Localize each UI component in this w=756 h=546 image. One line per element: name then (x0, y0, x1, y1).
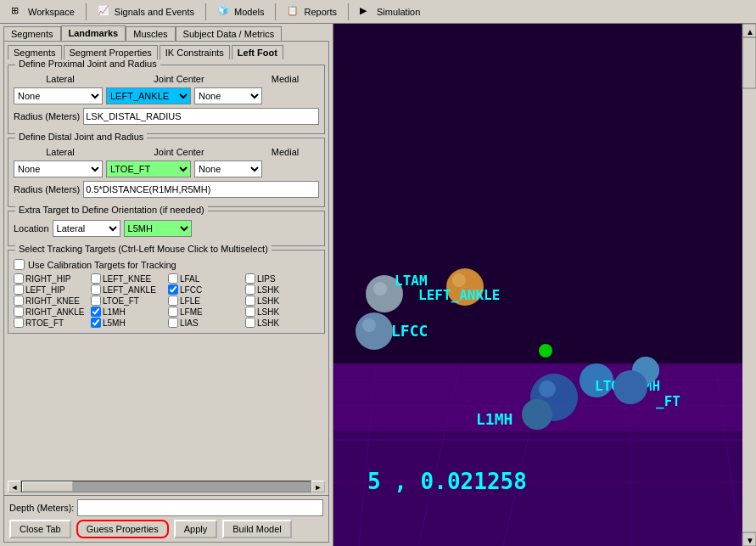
menu-workspace[interactable]: ⊞ Workspace (3, 3, 82, 21)
guess-properties-button[interactable]: Guess Properties (76, 520, 169, 538)
close-tab-button[interactable]: Close Tab (9, 520, 71, 538)
sub-tab-segments[interactable]: Segments (8, 45, 62, 59)
cb-lshk4: LSHK (245, 318, 319, 328)
proximal-lateral-select[interactable]: None (14, 87, 103, 104)
cb-lias: LIAS (168, 318, 242, 328)
tracking-group: Select Tracking Targets (Ctrl-Left Mouse… (8, 250, 325, 334)
menu-signals[interactable]: 📈 Signals and Events (90, 3, 202, 21)
menu-workspace-label: Workspace (28, 7, 75, 17)
sep3 (275, 3, 276, 20)
calib-checkbox[interactable] (14, 259, 25, 270)
workspace-icon: ⊞ (11, 5, 25, 19)
tab-subject-data[interactable]: Subject Data / Metrics (176, 26, 283, 41)
svg-point-29 (613, 370, 647, 404)
cb-right-ankle: RIGHT_ANKLE (14, 307, 87, 317)
proximal-radius-row: Radius (Meters) (14, 108, 319, 125)
menu-simulation[interactable]: ▶ Simulation (352, 3, 428, 21)
horiz-scrollbar-thumb[interactable] (22, 481, 73, 492)
distal-group: Define Distal Joint and Radius Lateral J… (8, 138, 325, 207)
cb-right-hip: RIGHT_HIP (14, 273, 87, 284)
extra-target-title: Extra Target to Define Orientation (if n… (15, 205, 208, 215)
calib-row: Use Calibration Targets for Tracking (14, 259, 319, 270)
sub-tab-left-foot[interactable]: Left Foot (232, 45, 283, 59)
proximal-selects-row: None LEFT_ANKLE None (14, 87, 319, 104)
svg-point-12 (539, 344, 552, 357)
cb-ltoe-ft: LTOE_FT (91, 296, 165, 306)
cb-rtoe-ft: RTOE_FT (14, 318, 87, 328)
sub-tab-segment-props[interactable]: Segment Properties (64, 45, 158, 59)
distal-content: Lateral Joint Center Medial None LTOE_FT (14, 147, 319, 198)
distal-jc-select[interactable]: LTOE_FT (106, 160, 191, 177)
svg-text:5 ,  0.021258: 5 , 0.021258 (367, 469, 527, 494)
distal-radius-row: Radius (Meters) (14, 181, 319, 198)
tab-landmarks[interactable]: Landmarks (61, 25, 126, 41)
cb-l1mh: L1MH (91, 307, 165, 317)
right-panel: LTAM LEFT_ANKLE LFCC L1MH LTOE_5MH (333, 24, 756, 546)
distal-title: Define Distal Joint and Radius (15, 132, 147, 142)
proximal-radius-input[interactable] (83, 108, 319, 125)
build-model-button[interactable]: Build Model (222, 520, 291, 538)
distal-lateral-label: Lateral (14, 147, 107, 157)
scroll-left-btn[interactable]: ◄ (8, 481, 21, 493)
content-area: Segments Segment Properties IK Constrain… (3, 41, 329, 543)
tab-segments[interactable]: Segments (3, 26, 61, 41)
cb-left-knee: LEFT_KNEE (91, 273, 165, 284)
bottom-controls: Depth (Meters): Close Tab Guess Properti… (4, 495, 328, 542)
sep4 (348, 3, 349, 20)
svg-point-14 (373, 282, 387, 296)
target-select[interactable]: L5MH (124, 220, 192, 237)
sep2 (205, 3, 206, 20)
proximal-medial-label: Medial (251, 74, 319, 84)
scroll-right-btn[interactable]: ► (311, 481, 325, 493)
scroll-area[interactable]: Define Proximal Joint and Radius Lateral… (4, 59, 328, 478)
svg-text:LFCC: LFCC (391, 322, 428, 340)
cb-l5mh: L5MH (91, 318, 165, 328)
top-tabs: Segments Landmarks Muscles Subject Data … (0, 24, 333, 41)
main-layout: Segments Landmarks Muscles Subject Data … (0, 24, 756, 546)
extra-target-content: Location Lateral L5MH (14, 220, 319, 237)
menu-reports-label: Reports (304, 7, 337, 17)
cb-lshk3: LSHK (245, 307, 319, 317)
depth-row: Depth (Meters): (9, 499, 323, 516)
distal-medial-label: Medial (251, 147, 319, 157)
3d-scene: LTAM LEFT_ANKLE LFCC L1MH LTOE_5MH (333, 24, 756, 546)
simulation-icon: ▶ (360, 5, 373, 19)
extra-target-row: Location Lateral L5MH (14, 220, 319, 237)
proximal-col-labels: Lateral Joint Center Medial (14, 74, 319, 84)
apply-button[interactable]: Apply (174, 520, 218, 538)
cb-right-knee: RIGHT_KNEE (14, 296, 87, 306)
proximal-content: Lateral Joint Center Medial None LEFT_AN… (14, 74, 319, 125)
distal-jc-label: Joint Center (110, 147, 248, 157)
depth-label: Depth (Meters): (9, 503, 74, 513)
distal-medial-select[interactable]: None (194, 160, 262, 177)
sub-tab-ik[interactable]: IK Constraints (160, 45, 230, 59)
horiz-scrollbar-track[interactable] (21, 481, 311, 493)
svg-text:LEFT_ANKLE: LEFT_ANKLE (418, 287, 500, 303)
svg-text:L1MH: L1MH (476, 410, 512, 428)
cb-left-ankle: LEFT_ANKLE (91, 284, 165, 295)
left-panel: Segments Landmarks Muscles Subject Data … (0, 24, 333, 546)
cb-lfme: LFME (168, 307, 242, 317)
distal-radius-input[interactable] (83, 181, 319, 198)
depth-input[interactable] (77, 499, 323, 516)
distal-col-labels: Lateral Joint Center Medial (14, 147, 319, 157)
button-row: Close Tab Guess Properties Apply Build M… (9, 520, 323, 538)
proximal-medial-select[interactable]: None (194, 87, 262, 104)
cb-left-hip: LEFT_HIP (14, 284, 87, 295)
location-label: Location (14, 223, 49, 234)
horiz-scroll-area: ◄ ► (4, 480, 328, 493)
svg-rect-35 (742, 37, 756, 88)
tab-muscles[interactable]: Muscles (126, 26, 175, 41)
proximal-jc-select[interactable]: LEFT_ANKLE (106, 87, 191, 104)
distal-lateral-select[interactable]: None (14, 160, 103, 177)
menu-simulation-label: Simulation (377, 7, 420, 17)
distal-selects-row: None LTOE_FT None (14, 160, 319, 177)
distal-radius-label: Radius (Meters) (14, 184, 80, 194)
cb-lips: LIPS (245, 273, 319, 284)
cb-lshk2: LSHK (245, 296, 319, 306)
location-select[interactable]: Lateral (53, 220, 120, 237)
menu-reports[interactable]: 📋 Reports (279, 3, 344, 21)
svg-point-19 (356, 312, 393, 350)
svg-point-20 (362, 318, 376, 332)
menu-models[interactable]: 🧊 Models (210, 3, 272, 21)
